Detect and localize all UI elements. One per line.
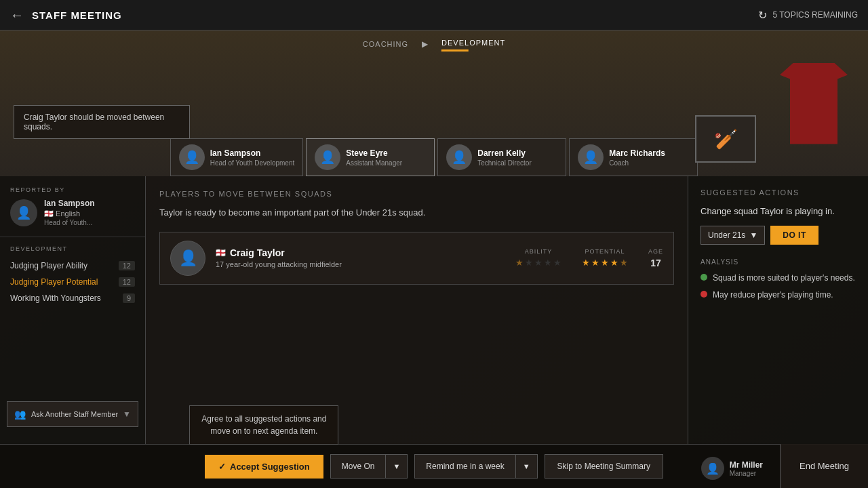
jersey-shape: [780, 63, 848, 144]
remind-dropdown-arrow[interactable]: ▼: [515, 454, 538, 479]
section-description: Taylor is ready to become an important p…: [159, 206, 674, 220]
tab-coaching[interactable]: COACHING: [363, 40, 408, 48]
pstar-3: ★: [601, 258, 609, 268]
dev-item-potential-count: 12: [119, 277, 135, 287]
tab-development[interactable]: DEVELOPMENT: [441, 39, 505, 47]
end-meeting-button[interactable]: End Meeting: [780, 444, 868, 488]
analysis-label: ANALYSIS: [701, 258, 856, 266]
potential-label: POTENTIAL: [582, 248, 628, 255]
dev-item-ability-count: 12: [119, 261, 135, 270]
move-on-dropdown-arrow[interactable]: ▼: [385, 454, 408, 479]
player-card[interactable]: 👤 🏴󠁧󠁢󠁥󠁮󠁧󠁿 Craig Taylor 17 year-old young…: [159, 232, 674, 285]
dev-item-youngsters-count: 9: [123, 293, 135, 303]
pstar-5: ★: [620, 258, 628, 268]
manager-info: 👤 Mr Miller Manager: [701, 457, 763, 480]
staff-avatar-ian: 👤: [179, 144, 205, 170]
staff-card-ian[interactable]: 👤 Ian Sampson Head of Youth Development: [170, 138, 304, 176]
people-icon: 👥: [14, 409, 26, 420]
skip-button[interactable]: Skip to Meeting Summary: [545, 454, 663, 479]
staff-avatar-steve: 👤: [315, 144, 340, 170]
section-title: PLAYERS TO MOVE BETWEEN SQUADS: [159, 190, 674, 198]
staff-role-darren: Technical Director: [477, 159, 531, 167]
ability-stat: ABILITY ★ ★ ★ ★ ★: [515, 248, 561, 268]
speech-bubble: Craig Taylor should be moved between squ…: [14, 105, 190, 139]
bottom-bar: Agree to all suggested actions and move …: [0, 444, 868, 488]
back-button[interactable]: ←: [10, 7, 24, 23]
analysis-section: ANALYSIS Squad is more suited to player'…: [701, 258, 856, 301]
remind-button[interactable]: Remind me in a week: [414, 454, 515, 479]
photo-frame: 🏏: [695, 115, 756, 163]
move-on-button[interactable]: Move On: [330, 454, 386, 479]
age-value: 17: [648, 258, 663, 268]
star-2: ★: [525, 258, 533, 268]
star-5: ★: [553, 258, 561, 268]
top-bar: ← STAFF MEETING ↻ 5 TOPICS REMAINING: [0, 0, 868, 30]
ability-label: ABILITY: [515, 248, 561, 255]
player-avatar: 👤: [170, 241, 205, 276]
squad-dropdown[interactable]: Under 21s ▼: [701, 226, 765, 245]
do-it-button[interactable]: Do It: [770, 226, 818, 245]
manager-name: Mr Miller: [730, 460, 763, 470]
staff-name-darren: Darren Kelly: [477, 148, 531, 158]
action-controls: Under 21s ▼ Do It: [701, 226, 856, 245]
development-label: DEVELOPMENT: [10, 245, 135, 252]
player-stats: ABILITY ★ ★ ★ ★ ★ POTENTIAL ★ ★ ★: [515, 248, 663, 268]
manager-role: Manager: [730, 470, 763, 477]
positive-indicator: [701, 274, 707, 281]
development-section: DEVELOPMENT Judging Player Ability 12 Ju…: [0, 237, 145, 314]
checkmark-icon: ✓: [218, 462, 226, 472]
dev-item-potential-label: Judging Player Potential: [10, 277, 98, 287]
pstar-2: ★: [591, 258, 599, 268]
tab-arrow: ▶: [422, 39, 428, 49]
reporter-nationality: English: [56, 209, 80, 218]
accept-suggestion-button[interactable]: ✓ Accept Suggestion: [205, 455, 323, 479]
staff-tabs: COACHING ▶ DEVELOPMENT: [363, 36, 505, 52]
tab-indicator: [441, 49, 469, 52]
manager-avatar: 👤: [701, 457, 724, 480]
star-1: ★: [515, 258, 524, 268]
staff-role-marc: Coach: [609, 159, 665, 167]
accept-label: Accept Suggestion: [230, 462, 310, 472]
page-title: STAFF MEETING: [32, 9, 122, 21]
age-stat: AGE 17: [648, 248, 663, 268]
staff-card-darren[interactable]: 👤 Darren Kelly Technical Director: [437, 138, 566, 176]
staff-card-marc[interactable]: 👤 Marc Richards Coach: [569, 138, 698, 176]
staff-role-steve: Assistant Manager: [346, 159, 402, 167]
dev-item-ability[interactable]: Judging Player Ability 12: [10, 258, 135, 274]
topics-remaining: ↻ 5 TOPICS REMAINING: [758, 9, 858, 22]
accept-tooltip-container: Agree to all suggested actions and move …: [205, 455, 323, 479]
staff-name-ian: Ian Sampson: [210, 148, 295, 158]
player-flag-icon: 🏴󠁧󠁢󠁥󠁮󠁧󠁿: [216, 248, 226, 258]
sidebar: REPORTED BY 👤 Ian Sampson 🏴󠁧󠁢󠁥󠁮󠁧󠁿 Englis…: [0, 176, 146, 444]
staff-cards: 👤 Ian Sampson Head of Youth Development …: [170, 138, 698, 176]
staff-avatar-darren: 👤: [446, 144, 472, 170]
ask-staff-button[interactable]: 👥 Ask Another Staff Member ▼: [7, 401, 138, 427]
staff-name-steve: Steve Eyre: [346, 148, 402, 158]
staff-area: COACHING ▶ DEVELOPMENT 👤 Ian Sampson Hea…: [0, 30, 868, 176]
analysis-positive-text: Squad is more suited to player's needs.: [713, 272, 855, 284]
dev-item-youngsters[interactable]: Working With Youngsters 9: [10, 290, 135, 306]
squad-option: Under 21s: [708, 230, 745, 240]
dev-item-potential[interactable]: Judging Player Potential 12: [10, 274, 135, 290]
star-3: ★: [534, 258, 542, 268]
reporter-flag: 🏴󠁧󠁢󠁥󠁮󠁧󠁿 English: [44, 209, 95, 218]
refresh-icon: ↻: [758, 9, 767, 22]
age-label: AGE: [648, 248, 663, 255]
pstar-4: ★: [610, 258, 618, 268]
dev-item-ability-label: Judging Player Ability: [10, 261, 87, 270]
reporter-name: Ian Sampson: [44, 199, 95, 208]
analysis-negative-text: May reduce player's playing time.: [713, 289, 833, 301]
staff-card-steve[interactable]: 👤 Steve Eyre Assistant Manager: [306, 138, 435, 176]
staff-name-marc: Marc Richards: [609, 148, 665, 158]
center-panel: PLAYERS TO MOVE BETWEEN SQUADS Taylor is…: [146, 176, 688, 444]
reported-by-label: REPORTED BY: [10, 186, 135, 193]
pstar-1: ★: [582, 258, 590, 268]
ability-stars: ★ ★ ★ ★ ★: [515, 258, 561, 268]
dropdown-arrow-icon: ▼: [749, 230, 757, 240]
reporter-role: Head of Youth...: [44, 219, 95, 226]
ask-staff-label: Ask Another Staff Member: [31, 410, 118, 418]
potential-stars: ★ ★ ★ ★ ★: [582, 258, 628, 268]
star-4: ★: [544, 258, 552, 268]
staff-role-ian: Head of Youth Development: [210, 159, 295, 167]
reported-by-section: REPORTED BY 👤 Ian Sampson 🏴󠁧󠁢󠁥󠁮󠁧󠁿 Englis…: [0, 186, 145, 237]
